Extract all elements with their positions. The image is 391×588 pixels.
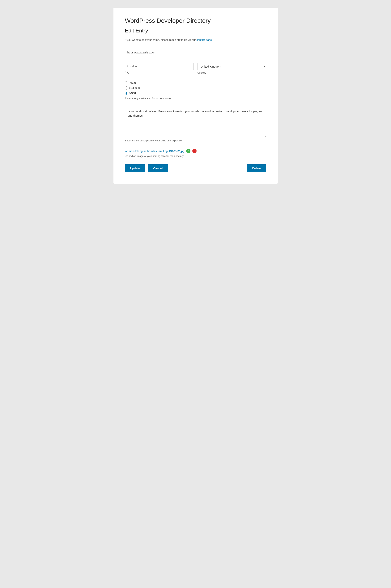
rate-lt30-label: <$30	[129, 81, 136, 84]
bio-textarea[interactable]: I can build custom WordPress sites to ma…	[125, 107, 266, 137]
image-filename-link[interactable]: woman-taking-selfie-while-smiling-131052…	[125, 149, 185, 153]
website-input[interactable]	[125, 49, 266, 56]
page-title: Edit Entry	[125, 28, 266, 34]
image-edit-button[interactable]: ✓	[186, 149, 191, 153]
rate-31-60-item[interactable]: $31-$60	[125, 86, 266, 89]
app-title: WordPress Developer Directory	[125, 17, 266, 24]
bio-section: I can build custom WordPress sites to ma…	[125, 107, 266, 142]
rate-31-60-label: $31-$60	[129, 86, 140, 89]
city-column: City	[125, 63, 194, 74]
bio-hint: Enter a short description of your skills…	[125, 139, 266, 142]
delete-button[interactable]: Delete	[247, 164, 266, 172]
contact-page-link[interactable]: contact page	[196, 38, 212, 41]
hourly-rate-group: <$30 $31-$60 >$60	[125, 81, 266, 95]
country-select[interactable]: United Kingdom United States Canada Aust…	[197, 63, 266, 70]
hourly-rate-section: <$30 $31-$60 >$60 Enter a rough estimate…	[125, 81, 266, 100]
image-hint: Upload an image of your smiling face for…	[125, 154, 266, 157]
rate-gt60-item[interactable]: >$60	[125, 91, 266, 95]
website-section	[125, 49, 266, 56]
rate-31-60-radio[interactable]	[125, 86, 128, 89]
country-column: United Kingdom United States Canada Aust…	[197, 63, 266, 74]
rate-gt60-radio[interactable]	[125, 92, 128, 95]
cancel-button[interactable]: Cancel	[148, 164, 168, 172]
rate-lt30-item[interactable]: <$30	[125, 81, 266, 84]
city-label: City	[125, 71, 194, 74]
button-row: Update Cancel Delete	[125, 164, 266, 172]
image-section: woman-taking-selfie-while-smiling-131052…	[125, 149, 266, 157]
image-upload-row: woman-taking-selfie-while-smiling-131052…	[125, 149, 266, 153]
edit-entry-card: WordPress Developer Directory Edit Entry…	[113, 8, 278, 184]
country-label: Country	[197, 71, 266, 74]
city-country-section: City United Kingdom United States Canada…	[125, 63, 266, 74]
image-delete-button[interactable]: ✕	[192, 149, 196, 153]
rate-gt60-label: >$60	[129, 91, 136, 95]
rate-lt30-radio[interactable]	[125, 81, 128, 84]
hourly-rate-hint: Enter a rough estimate of your hourly ra…	[125, 97, 266, 100]
city-input[interactable]	[125, 63, 194, 70]
update-button[interactable]: Update	[125, 164, 145, 172]
notice-text: If you want to edit your name, please re…	[125, 38, 266, 42]
